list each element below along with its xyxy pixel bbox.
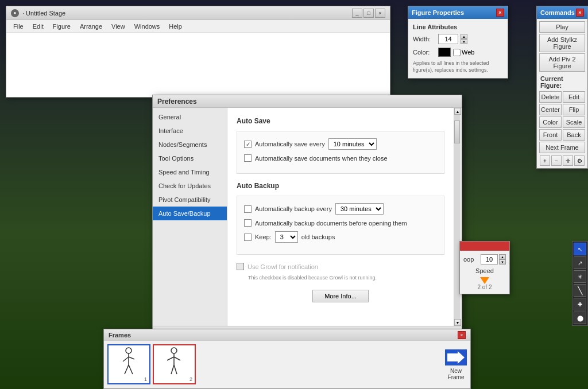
- svg-point-6: [171, 348, 177, 353]
- menu-edit[interactable]: Edit: [28, 22, 48, 31]
- loop-label: oop: [463, 256, 474, 263]
- speed-up[interactable]: ▲: [499, 254, 506, 259]
- speed-input[interactable]: [481, 254, 498, 264]
- flip-button[interactable]: Flip: [563, 104, 585, 115]
- commands-panel: Commands × Play Add Stylkz Figure Add Pi…: [536, 6, 588, 169]
- color-swatch[interactable]: [438, 48, 451, 57]
- width-up[interactable]: ▲: [461, 34, 467, 39]
- figure-props-body: Line Attributes Width: ▲ ▼ Color: Web Ap…: [408, 19, 508, 78]
- width-row: Width: ▲ ▼: [413, 34, 503, 44]
- color-label: Color:: [413, 49, 436, 56]
- nav-tool-options[interactable]: Tool Options: [153, 151, 227, 165]
- add-stylkz-button[interactable]: Add Stylkz Figure: [539, 34, 585, 52]
- auto-backup-title: Auto Backup: [237, 182, 444, 190]
- preferences-dialog: Preferences General Interface Nodes/Segm…: [152, 95, 462, 349]
- web-checkbox[interactable]: Web: [453, 49, 474, 56]
- figure-props-close[interactable]: ×: [496, 9, 504, 17]
- nav-nodes[interactable]: Nodes/Segments: [153, 138, 227, 151]
- maximize-button[interactable]: □: [363, 9, 374, 18]
- frames-close[interactable]: ×: [458, 331, 466, 339]
- menu-arrange[interactable]: Arrange: [75, 22, 107, 31]
- scroll-down[interactable]: ▼: [454, 319, 461, 326]
- menu-help[interactable]: Help: [164, 22, 187, 31]
- tool-line[interactable]: ╲: [574, 284, 586, 297]
- nav-check-updates[interactable]: Check for Updates: [153, 179, 227, 193]
- frame-2-num: 2: [189, 376, 192, 382]
- line-attributes-title: Line Attributes: [413, 24, 503, 30]
- tool-pointer[interactable]: ↗: [574, 256, 586, 269]
- move-button[interactable]: ✛: [563, 155, 573, 166]
- subtract-button[interactable]: −: [551, 155, 562, 166]
- auto-save-section: Automatically save every 10 minutes 1 mi…: [237, 131, 444, 174]
- menu-figure[interactable]: Figure: [48, 22, 75, 31]
- frame-1-num: 1: [144, 376, 147, 382]
- svg-line-4: [125, 365, 129, 374]
- frame-2[interactable]: 2: [153, 344, 196, 384]
- center-button[interactable]: Center: [539, 104, 562, 115]
- color-button[interactable]: Color: [539, 116, 562, 128]
- width-spinner: ▲ ▼: [461, 34, 467, 44]
- settings-button[interactable]: ⚙: [574, 155, 585, 166]
- frames-panel: Frames × 1: [103, 329, 471, 389]
- commands-title: Commands: [540, 9, 575, 16]
- edit-button[interactable]: Edit: [563, 91, 585, 103]
- scroll-up[interactable]: ▲: [454, 108, 461, 115]
- nav-pivot-compat[interactable]: Pivot Compatibility: [153, 193, 227, 207]
- menu-file[interactable]: File: [9, 22, 28, 31]
- auto-save-close-checkbox[interactable]: [244, 154, 252, 162]
- nav-interface[interactable]: Interface: [153, 124, 227, 138]
- front-button[interactable]: Front: [539, 129, 562, 141]
- prefs-content: Auto Save Automatically save every 10 mi…: [227, 108, 454, 326]
- speed-spinner-group: ▲ ▼: [481, 254, 506, 264]
- tool-target[interactable]: ✳: [574, 270, 586, 283]
- keep-row: Keep: 3 1 2 5 10 old backups: [244, 231, 437, 243]
- keep-checkbox[interactable]: [244, 234, 252, 241]
- tool-add[interactable]: ✚: [574, 298, 586, 310]
- web-check[interactable]: [453, 49, 461, 56]
- tool-circle[interactable]: ⬤: [574, 312, 586, 324]
- svg-line-2: [123, 357, 129, 361]
- main-titlebar: ● · Untitled Stage _ □ ×: [6, 6, 390, 20]
- width-down[interactable]: ▼: [461, 39, 467, 44]
- scroll-thumb[interactable]: [454, 120, 460, 143]
- next-frame-button[interactable]: Next Frame: [539, 142, 585, 153]
- scale-button[interactable]: Scale: [563, 116, 585, 128]
- auto-save-checkbox[interactable]: [244, 141, 252, 148]
- commands-close[interactable]: ×: [576, 9, 584, 17]
- prefs-body: General Interface Nodes/Segments Tool Op…: [153, 108, 462, 326]
- speed-label-container: Speed: [463, 267, 506, 275]
- nav-speed-timing[interactable]: Speed and Timing: [153, 165, 227, 179]
- menu-view[interactable]: View: [107, 22, 130, 31]
- figure-props-titlebar: Figure Properties ×: [408, 6, 508, 19]
- auto-save-row: Automatically save every 10 minutes 1 mi…: [244, 138, 437, 150]
- nav-general[interactable]: General: [153, 110, 227, 124]
- tool-select[interactable]: ↖: [574, 243, 586, 255]
- speed-down[interactable]: ▼: [499, 259, 506, 264]
- frame-1[interactable]: 1: [107, 344, 150, 384]
- auto-backup-interval-select[interactable]: 30 minutes 1 minute 5 minutes 10 minutes…: [335, 203, 384, 215]
- back-button[interactable]: Back: [563, 129, 585, 141]
- keep-value-select[interactable]: 3 1 2 5 10: [275, 231, 298, 243]
- delete-button[interactable]: Delete: [539, 91, 562, 103]
- nav-auto-save-backup[interactable]: Auto Save/Backup: [153, 207, 227, 220]
- auto-backup-label: Automatically backup every: [255, 205, 332, 212]
- play-button[interactable]: Play: [539, 21, 585, 33]
- center-flip-row: Center Flip: [539, 104, 585, 115]
- figure-props-title: Figure Properties: [412, 9, 464, 16]
- close-button[interactable]: ×: [375, 9, 385, 18]
- minimize-button[interactable]: _: [352, 9, 362, 18]
- stick-figure-1: [119, 347, 139, 382]
- menu-windows[interactable]: Windows: [130, 22, 165, 31]
- tools-panel: ↖ ↗ ✳ ╲ ✚ ⬤: [572, 241, 588, 326]
- add-piv2-button[interactable]: Add Piv 2 Figure: [539, 53, 585, 72]
- add-button[interactable]: +: [540, 155, 550, 166]
- before-open-checkbox[interactable]: [244, 219, 252, 227]
- width-label: Width:: [413, 36, 436, 42]
- new-frame-button[interactable]: NewFrame: [445, 344, 467, 385]
- more-info-button[interactable]: More Info...: [312, 290, 369, 302]
- delete-edit-row: Delete Edit: [539, 91, 585, 103]
- width-input[interactable]: [438, 34, 458, 44]
- auto-backup-checkbox[interactable]: [244, 205, 252, 213]
- svg-line-5: [129, 365, 133, 374]
- auto-save-interval-select[interactable]: 10 minutes 1 minute 5 minutes 15 minutes…: [328, 138, 377, 150]
